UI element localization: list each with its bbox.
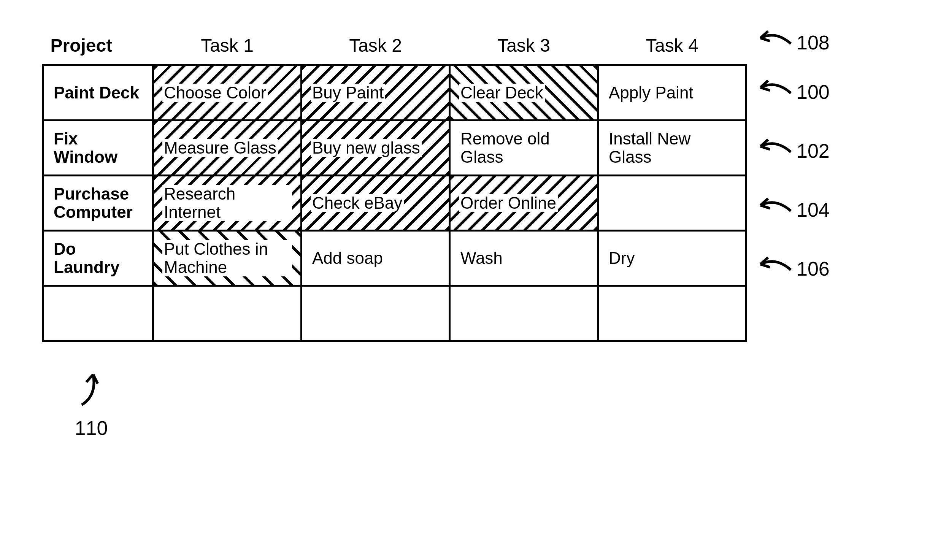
task-cell: Apply Paint [598, 65, 746, 121]
col-header-task4: Task 4 [598, 30, 746, 65]
task-label: Wash [459, 249, 504, 267]
table-row: Fix WindowMeasure GlassBuy new glassRemo… [43, 121, 746, 176]
header-row: Project Task 1 Task 2 Task 3 Task 4 [43, 30, 746, 65]
task-cell: Put Clothes in Machine [153, 231, 302, 286]
task-label: Clear Deck [459, 84, 545, 102]
task-cell: Install New Glass [598, 121, 746, 176]
task-label: Choose Color [162, 84, 268, 102]
task-cell [598, 286, 746, 341]
ref-106: 106 [755, 253, 830, 280]
project-label: Purchase Computer [52, 185, 144, 222]
task-label: Install New Glass [607, 130, 737, 167]
diagram-canvas: Project Task 1 Task 2 Task 3 Task 4 Pain… [0, 0, 938, 560]
task-cell [302, 286, 450, 341]
task-cell: Buy new glass [302, 121, 450, 176]
project-label: Do Laundry [52, 240, 144, 277]
ref-102: 102 [755, 135, 830, 162]
task-cell: Wash [450, 231, 598, 286]
project-task-table-wrap: Project Task 1 Task 2 Task 3 Task 4 Pain… [42, 30, 745, 342]
table-row: Paint DeckChoose ColorBuy PaintClear Dec… [43, 65, 746, 121]
task-label: Put Clothes in Machine [162, 240, 292, 277]
task-cell: Check eBay [302, 176, 450, 231]
task-cell: Measure Glass [153, 121, 302, 176]
project-cell: Purchase Computer [43, 176, 153, 231]
arrow-icon [755, 253, 797, 280]
col-header-task2: Task 2 [302, 30, 450, 65]
project-label: Fix Window [52, 130, 144, 167]
task-cell [598, 176, 746, 231]
ref-label: 102 [797, 140, 830, 162]
ref-108: 108 [755, 27, 830, 54]
project-cell: Fix Window [43, 121, 153, 176]
col-header-task3: Task 3 [450, 30, 598, 65]
arrow-icon [755, 194, 797, 221]
arrow-icon [74, 369, 108, 415]
task-cell [450, 286, 598, 341]
task-cell: Remove old Glass [450, 121, 598, 176]
table-row: Purchase ComputerResearch InternetCheck … [43, 176, 746, 231]
ref-label: 104 [797, 199, 830, 221]
task-label: Order Online [459, 194, 558, 212]
task-cell: Dry [598, 231, 746, 286]
task-label: Research Internet [162, 185, 292, 222]
project-cell [43, 286, 153, 341]
task-label: Measure Glass [162, 139, 278, 157]
ref-label: 100 [797, 81, 830, 103]
ref-104: 104 [755, 194, 830, 221]
table-body: Paint DeckChoose ColorBuy PaintClear Dec… [43, 65, 746, 341]
task-label: Apply Paint [607, 84, 695, 102]
task-label: Buy Paint [311, 84, 385, 102]
task-cell: Add soap [302, 231, 450, 286]
ref-110: 110 [74, 369, 108, 439]
project-label: Paint Deck [52, 84, 141, 102]
task-cell: Research Internet [153, 176, 302, 231]
task-cell [153, 286, 302, 341]
ref-100: 100 [755, 76, 830, 103]
arrow-icon [755, 135, 797, 162]
task-label: Add soap [311, 249, 384, 267]
ref-label: 110 [74, 417, 108, 439]
task-label: Buy new glass [311, 139, 422, 157]
task-cell: Choose Color [153, 65, 302, 121]
col-header-task1: Task 1 [153, 30, 302, 65]
arrow-icon [755, 76, 797, 103]
project-cell: Do Laundry [43, 231, 153, 286]
table-row [43, 286, 746, 341]
table-row: Do LaundryPut Clothes in MachineAdd soap… [43, 231, 746, 286]
ref-label: 106 [797, 258, 830, 280]
col-header-project: Project [43, 30, 153, 65]
task-cell: Clear Deck [450, 65, 598, 121]
task-cell: Buy Paint [302, 65, 450, 121]
ref-label: 108 [797, 32, 830, 54]
project-task-table: Project Task 1 Task 2 Task 3 Task 4 Pain… [42, 30, 747, 342]
task-label: Dry [607, 249, 636, 267]
arrow-icon [755, 27, 797, 54]
task-cell: Order Online [450, 176, 598, 231]
project-cell: Paint Deck [43, 65, 153, 121]
task-label: Check eBay [311, 194, 404, 212]
task-label: Remove old Glass [459, 130, 589, 167]
